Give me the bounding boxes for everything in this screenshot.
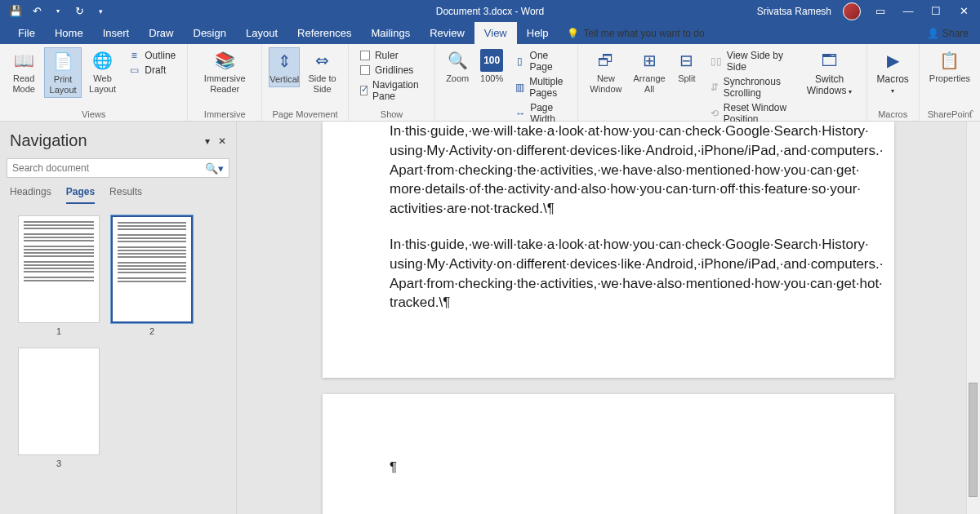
search-icon[interactable]: 🔍▾ xyxy=(205,162,224,175)
user-name[interactable]: Srivatsa Ramesh xyxy=(757,6,831,17)
checkbox-icon xyxy=(360,65,370,75)
tab-insert[interactable]: Insert xyxy=(93,22,140,44)
collapse-ribbon-icon[interactable]: ⌃ xyxy=(969,109,975,117)
nav-tab-headings[interactable]: Headings xyxy=(10,186,51,204)
checkbox-checked-icon xyxy=(360,86,368,95)
paragraph[interactable]: In·this·guide,·we·will·take·a·look·at·ho… xyxy=(390,235,827,312)
macros-button[interactable]: ▶Macros▾ xyxy=(874,47,912,98)
lightbulb-icon: 💡 xyxy=(567,28,579,39)
properties-button[interactable]: 📋Properties xyxy=(926,47,973,86)
navigation-pane-checkbox[interactable]: Navigation Pane xyxy=(359,78,425,103)
print-layout-icon: 📄 xyxy=(51,50,74,73)
zoom-button[interactable]: 🔍Zoom xyxy=(442,47,473,86)
print-layout-button[interactable]: 📄Print Layout xyxy=(44,47,81,98)
web-layout-button[interactable]: 🌐Web Layout xyxy=(85,47,120,96)
outline-button[interactable]: ≡Outline xyxy=(127,49,177,62)
new-window-button[interactable]: 🗗New Window xyxy=(585,47,628,96)
paragraph[interactable]: In·this·guide,·we·will·take·a·look·at·ho… xyxy=(390,122,827,219)
group-views: 📖Read Mode 📄Print Layout 🌐Web Layout ≡Ou… xyxy=(0,44,188,121)
vertical-button[interactable]: ⇕Vertical xyxy=(269,47,300,87)
tab-review[interactable]: Review xyxy=(420,22,474,44)
checkbox-icon xyxy=(360,51,370,60)
group-zoom: 🔍Zoom 100100% ▯One Page ▥Multiple Pages … xyxy=(435,44,577,121)
ruler-checkbox[interactable]: Ruler xyxy=(359,49,425,62)
split-icon: ⊟ xyxy=(675,49,698,72)
document-title: Document 3.docx - Word xyxy=(436,6,545,17)
document-area[interactable]: In·this·guide,·we·will·take·a·look·at·ho… xyxy=(237,122,980,514)
read-mode-button[interactable]: 📖Read Mode xyxy=(7,47,41,96)
sync-scroll-icon: ⇵ xyxy=(710,82,719,93)
tab-mailings[interactable]: Mailings xyxy=(362,22,421,44)
share-icon: 👤 xyxy=(927,28,939,39)
search-input[interactable] xyxy=(12,162,205,174)
immersive-reader-button[interactable]: 📚Immersive Reader xyxy=(194,47,255,96)
ribbon-tabs: File Home Insert Draw Design Layout Refe… xyxy=(0,22,980,44)
one-page-icon: ▯ xyxy=(515,55,524,67)
gridlines-checkbox[interactable]: Gridlines xyxy=(359,64,425,77)
tab-layout[interactable]: Layout xyxy=(236,22,287,44)
qat-dropdown-icon[interactable]: ▾ xyxy=(52,6,64,17)
search-document-input[interactable]: 🔍▾ xyxy=(7,158,229,178)
tab-help[interactable]: Help xyxy=(517,22,559,44)
redo-icon[interactable]: ↻ xyxy=(74,6,85,17)
page-number: 2 xyxy=(149,326,154,336)
undo-icon[interactable]: ↶ xyxy=(31,6,42,17)
reset-window-icon: ⟲ xyxy=(710,108,719,119)
tab-home[interactable]: Home xyxy=(45,22,93,44)
minimize-icon[interactable]: ― xyxy=(900,5,916,17)
maximize-icon[interactable]: ☐ xyxy=(928,5,944,17)
tab-references[interactable]: References xyxy=(287,22,361,44)
nav-tab-pages[interactable]: Pages xyxy=(66,186,95,204)
tab-draw[interactable]: Draw xyxy=(139,22,183,44)
draft-button[interactable]: ▭Draft xyxy=(127,64,177,77)
nav-tab-results[interactable]: Results xyxy=(109,186,142,204)
share-button[interactable]: 👤 Share xyxy=(927,22,980,44)
group-label-movement: Page Movement xyxy=(269,108,341,119)
tab-file[interactable]: File xyxy=(8,22,45,44)
multiple-pages-icon: ▥ xyxy=(515,82,524,93)
ribbon-display-icon[interactable]: ▭ xyxy=(872,5,889,17)
page-number: 1 xyxy=(56,326,61,336)
zoom-100-icon: 100 xyxy=(480,49,503,72)
page-2: In·this·guide,·we·will·take·a·look·at·ho… xyxy=(323,122,894,378)
customize-qat-icon[interactable]: ▾ xyxy=(95,6,106,17)
paragraph-mark[interactable]: ¶ xyxy=(390,459,827,476)
view-side-by-side-button: ▯▯View Side by Side xyxy=(709,49,793,73)
tab-design[interactable]: Design xyxy=(184,22,236,44)
draft-icon: ▭ xyxy=(128,64,140,76)
scrollbar-thumb[interactable] xyxy=(969,383,978,497)
page-thumbnail-2[interactable]: 2 xyxy=(111,215,193,336)
multiple-pages-button[interactable]: ▥Multiple Pages xyxy=(514,75,567,100)
arrange-all-button[interactable]: ⊞Arrange All xyxy=(630,47,668,96)
outline-icon: ≡ xyxy=(128,50,140,61)
split-button[interactable]: ⊟Split xyxy=(671,47,702,86)
side-to-side-icon: ⇔ xyxy=(311,49,334,72)
page-thumbnail-1[interactable]: 1 xyxy=(18,215,100,336)
group-label-macros: Macros xyxy=(874,108,912,119)
nav-dropdown-icon[interactable]: ▾ xyxy=(205,135,210,147)
save-icon[interactable]: 💾 xyxy=(10,6,21,17)
group-page-movement: ⇕Vertical ⇔Side to Side Page Movement xyxy=(262,44,349,121)
new-window-icon: 🗗 xyxy=(595,49,617,72)
switch-windows-button[interactable]: 🗔Switch Windows ▾ xyxy=(800,47,860,99)
tab-view[interactable]: View xyxy=(474,22,517,44)
avatar[interactable] xyxy=(843,2,861,20)
zoom-100-button[interactable]: 100100% xyxy=(476,47,507,86)
vertical-scrollbar[interactable] xyxy=(966,122,980,514)
nav-close-icon[interactable]: ✕ xyxy=(218,135,226,147)
side-by-side-icon: ▯▯ xyxy=(710,55,722,67)
title-bar: 💾 ↶ ▾ ↻ ▾ Document 3.docx - Word Srivats… xyxy=(0,0,980,22)
group-label-sharepoint: SharePoint xyxy=(926,108,973,119)
close-icon[interactable]: ✕ xyxy=(956,5,972,17)
side-to-side-button[interactable]: ⇔Side to Side xyxy=(303,47,341,96)
switch-windows-icon: 🗔 xyxy=(818,49,841,72)
ribbon: 📖Read Mode 📄Print Layout 🌐Web Layout ≡Ou… xyxy=(0,44,980,122)
sync-scroll-button: ⇵Synchronous Scrolling xyxy=(709,75,793,100)
zoom-icon: 🔍 xyxy=(446,49,469,72)
page-thumbnail-3[interactable]: 3 xyxy=(18,348,100,468)
navigation-title: Navigation xyxy=(10,131,87,150)
vertical-icon: ⇕ xyxy=(273,50,296,73)
tell-me-search[interactable]: 💡 Tell me what you want to do xyxy=(567,22,705,44)
one-page-button[interactable]: ▯One Page xyxy=(514,49,567,73)
properties-icon: 📋 xyxy=(938,49,961,72)
